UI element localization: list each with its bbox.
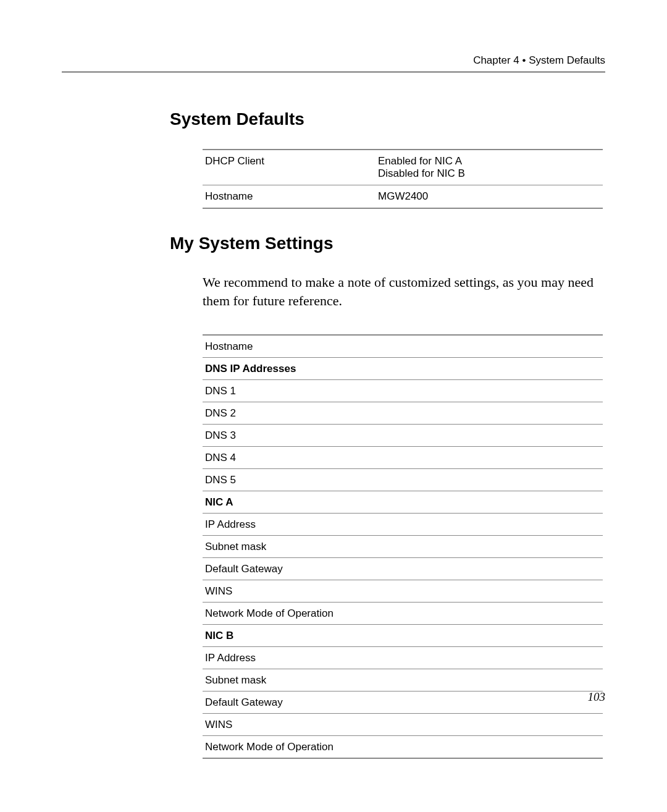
header-chapter: Chapter 4 bbox=[473, 54, 519, 66]
settings-label: Network Mode of Operation bbox=[203, 603, 603, 625]
settings-label: WINS bbox=[203, 714, 603, 736]
settings-label: DNS 5 bbox=[203, 469, 603, 491]
table-row: Network Mode of Operation bbox=[203, 736, 603, 759]
settings-label: Hostname bbox=[203, 335, 603, 358]
table-row: WINS bbox=[203, 714, 603, 736]
settings-label: IP Address bbox=[203, 514, 603, 536]
settings-label: IP Address bbox=[203, 647, 603, 669]
settings-label: DNS 4 bbox=[203, 447, 603, 469]
defaults-table: DHCP Client Enabled for NIC A Disabled f… bbox=[203, 149, 603, 209]
defaults-label: Hostname bbox=[203, 185, 375, 209]
table-row: Network Mode of Operation bbox=[203, 603, 603, 625]
header-text: Chapter 4 • System Defaults bbox=[62, 54, 605, 67]
table-row: NIC A bbox=[203, 491, 603, 514]
table-row: Subnet mask bbox=[203, 536, 603, 558]
table-row: Default Gateway bbox=[203, 691, 603, 714]
table-row: Subnet mask bbox=[203, 669, 603, 691]
table-row: DHCP Client Enabled for NIC A Disabled f… bbox=[203, 150, 603, 185]
table-row: DNS 3 bbox=[203, 425, 603, 447]
defaults-value-line: Enabled for NIC A bbox=[378, 155, 600, 167]
table-row: IP Address bbox=[203, 647, 603, 669]
heading-my-system-settings: My System Settings bbox=[170, 234, 605, 253]
body-paragraph: We recommend to make a note of customize… bbox=[203, 273, 603, 310]
settings-section-header: DNS IP Addresses bbox=[203, 358, 603, 380]
settings-section-header: NIC B bbox=[203, 625, 603, 647]
table-row: Hostname bbox=[203, 335, 603, 358]
heading-system-defaults: System Defaults bbox=[170, 109, 605, 129]
table-row: Hostname MGW2400 bbox=[203, 185, 603, 209]
settings-table: Hostname DNS IP Addresses DNS 1 DNS 2 DN… bbox=[203, 334, 603, 759]
settings-label: DNS 3 bbox=[203, 425, 603, 447]
settings-label: WINS bbox=[203, 580, 603, 603]
header-title: System Defaults bbox=[529, 54, 605, 66]
settings-label: DNS 1 bbox=[203, 380, 603, 402]
table-row: IP Address bbox=[203, 514, 603, 536]
settings-label: Network Mode of Operation bbox=[203, 736, 603, 759]
defaults-label: DHCP Client bbox=[203, 150, 375, 185]
table-row: DNS 4 bbox=[203, 447, 603, 469]
settings-label: Subnet mask bbox=[203, 669, 603, 691]
defaults-value: MGW2400 bbox=[375, 185, 603, 209]
table-row: DNS IP Addresses bbox=[203, 358, 603, 380]
table-row: DNS 1 bbox=[203, 380, 603, 402]
page-number: 103 bbox=[588, 690, 606, 704]
defaults-value-line: MGW2400 bbox=[378, 190, 600, 203]
bullet-icon: • bbox=[522, 54, 526, 66]
defaults-value: Enabled for NIC A Disabled for NIC B bbox=[375, 150, 603, 185]
settings-label: Subnet mask bbox=[203, 536, 603, 558]
table-row: DNS 5 bbox=[203, 469, 603, 491]
table-row: Default Gateway bbox=[203, 558, 603, 580]
settings-label: Default Gateway bbox=[203, 691, 603, 714]
settings-label: Default Gateway bbox=[203, 558, 603, 580]
defaults-value-line: Disabled for NIC B bbox=[378, 167, 600, 180]
table-row: DNS 2 bbox=[203, 402, 603, 425]
table-row: WINS bbox=[203, 580, 603, 603]
settings-label: DNS 2 bbox=[203, 402, 603, 425]
table-row: NIC B bbox=[203, 625, 603, 647]
settings-section-header: NIC A bbox=[203, 491, 603, 514]
page-header: Chapter 4 • System Defaults bbox=[62, 54, 605, 72]
